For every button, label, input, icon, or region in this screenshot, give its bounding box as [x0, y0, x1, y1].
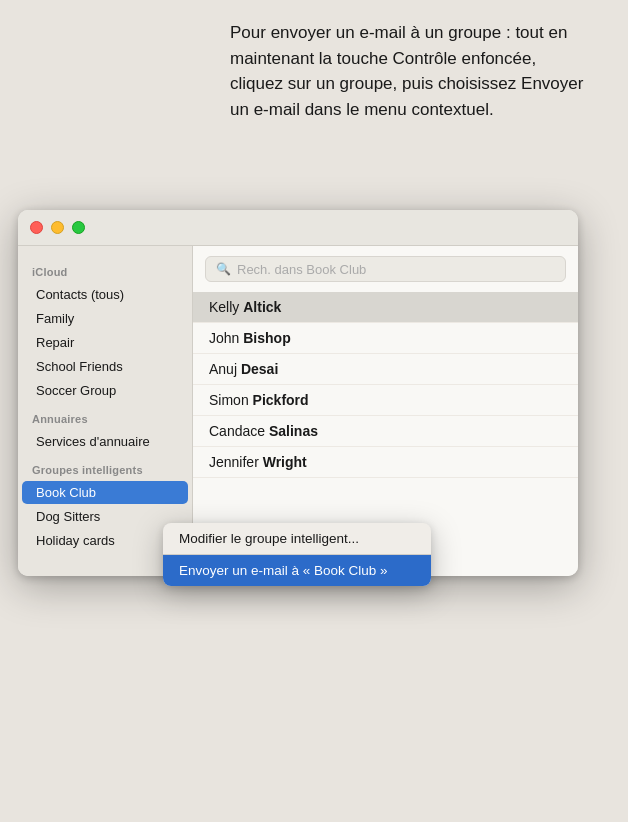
context-menu-item-modifier-groupe[interactable]: Modifier le groupe intelligent...: [163, 523, 431, 554]
sidebar-section-annuaires: Annuaires: [18, 403, 192, 429]
contact-first-name: John: [209, 330, 243, 346]
contact-item-anuj-desai[interactable]: Anuj Desai: [193, 354, 578, 385]
contact-last-name: Bishop: [243, 330, 290, 346]
contact-last-name: Pickford: [253, 392, 309, 408]
title-bar: [18, 210, 578, 246]
context-menu-item-envoyer-email[interactable]: Envoyer un e-mail à « Book Club »: [163, 555, 431, 586]
sidebar-item-soccer-group[interactable]: Soccer Group: [22, 379, 188, 402]
sidebar-item-school-friends[interactable]: School Friends: [22, 355, 188, 378]
minimize-button[interactable]: [51, 221, 64, 234]
contact-item-simon-pickford[interactable]: Simon Pickford: [193, 385, 578, 416]
sidebar-item-book-club[interactable]: Book Club: [22, 481, 188, 504]
search-placeholder: Rech. dans Book Club: [237, 262, 366, 277]
contact-first-name: Candace: [209, 423, 269, 439]
sidebar-section-groupes-intelligents: Groupes intelligents: [18, 454, 192, 480]
search-icon: 🔍: [216, 262, 231, 276]
contact-item-john-bishop[interactable]: John Bishop: [193, 323, 578, 354]
close-button[interactable]: [30, 221, 43, 234]
sidebar-item-contacts-tous[interactable]: Contacts (tous): [22, 283, 188, 306]
contact-last-name: Desai: [241, 361, 278, 377]
context-menu: Modifier le groupe intelligent... Envoye…: [163, 523, 431, 586]
contact-last-name: Wright: [263, 454, 307, 470]
instruction-tooltip: Pour envoyer un e-mail à un groupe : tou…: [200, 0, 608, 142]
contact-item-kelly-altick[interactable]: Kelly Altick: [193, 292, 578, 323]
contact-item-jennifer-wright[interactable]: Jennifer Wright: [193, 447, 578, 478]
contact-last-name: Altick: [243, 299, 281, 315]
contact-first-name: Simon: [209, 392, 253, 408]
sidebar-item-dog-sitters[interactable]: Dog Sitters: [22, 505, 188, 528]
search-bar-container: 🔍 Rech. dans Book Club: [193, 246, 578, 292]
sidebar-item-family[interactable]: Family: [22, 307, 188, 330]
contacts-window: iCloud Contacts (tous) Family Repair Sch…: [18, 210, 578, 576]
contact-item-candace-salinas[interactable]: Candace Salinas: [193, 416, 578, 447]
contact-first-name: Jennifer: [209, 454, 263, 470]
contact-last-name: Salinas: [269, 423, 318, 439]
sidebar-item-repair[interactable]: Repair: [22, 331, 188, 354]
contact-first-name: Anuj: [209, 361, 241, 377]
sidebar-section-icloud: iCloud: [18, 256, 192, 282]
contact-first-name: Kelly: [209, 299, 243, 315]
search-bar[interactable]: 🔍 Rech. dans Book Club: [205, 256, 566, 282]
maximize-button[interactable]: [72, 221, 85, 234]
sidebar-item-services-annuaire[interactable]: Services d'annuaire: [22, 430, 188, 453]
instruction-text: Pour envoyer un e-mail à un groupe : tou…: [230, 23, 583, 119]
